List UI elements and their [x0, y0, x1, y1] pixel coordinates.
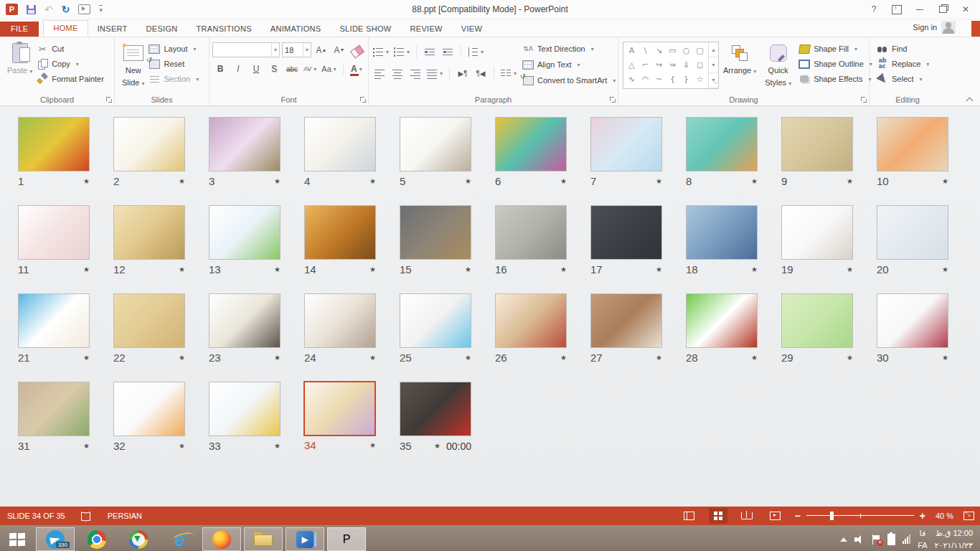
ribbon-display-options-icon[interactable] — [887, 2, 907, 17]
font-color-button[interactable]: A — [349, 62, 364, 76]
paste-button[interactable]: Paste — [3, 40, 37, 93]
clear-formatting-button[interactable] — [349, 43, 365, 57]
shape-option-8[interactable]: ↪ — [652, 57, 666, 72]
tab-slide-show[interactable]: SLIDE SHOW — [330, 22, 400, 37]
zoom-out-button[interactable]: − — [795, 510, 801, 522]
decrease-indent-button[interactable] — [422, 45, 438, 59]
slide-thumbnail-23[interactable] — [209, 293, 281, 348]
slide-thumbnail-20[interactable] — [877, 205, 948, 260]
format-painter-button[interactable]: Format Painter — [37, 73, 104, 85]
shape-option-16[interactable]: } — [679, 72, 693, 86]
transition-star-icon[interactable]: ★ — [847, 177, 853, 185]
reset-button[interactable]: Reset — [149, 58, 199, 70]
slide-thumbnail-22[interactable] — [113, 293, 185, 348]
underline-button[interactable]: U — [248, 62, 264, 76]
shape-effects-button[interactable]: Shape Effects — [798, 73, 872, 85]
shape-fill-button[interactable]: Shape Fill — [798, 43, 872, 55]
slide-thumbnail-14[interactable] — [304, 205, 376, 260]
slide-thumbnail-26[interactable] — [495, 293, 567, 348]
transition-star-icon[interactable]: ★ — [369, 354, 376, 362]
replace-button[interactable]: abacReplace — [877, 58, 929, 70]
slide-thumbnail-17[interactable] — [590, 205, 662, 260]
taskbar-idm-button[interactable] — [119, 527, 158, 551]
shape-option-11[interactable]: ◻ — [693, 57, 707, 72]
start-from-beginning-icon[interactable] — [78, 4, 90, 14]
minimize-icon[interactable] — [910, 2, 930, 17]
start-button[interactable] — [0, 525, 34, 551]
strikethrough-button[interactable]: abc — [284, 62, 300, 76]
text-shadow-button[interactable]: S — [266, 62, 282, 76]
zoom-slider[interactable] — [806, 512, 914, 520]
italic-button[interactable]: I — [230, 62, 246, 76]
slide-thumbnail-33[interactable] — [209, 382, 281, 436]
transition-star-icon[interactable]: ★ — [942, 354, 948, 362]
transition-star-icon[interactable]: ★ — [83, 177, 90, 185]
select-button[interactable]: Select — [877, 73, 929, 85]
transition-star-icon[interactable]: ★ — [751, 354, 758, 362]
transition-star-icon[interactable]: ★ — [274, 354, 281, 362]
slide-thumbnail-8[interactable] — [686, 117, 758, 171]
taskbar-chrome-button[interactable] — [77, 527, 116, 551]
restore-icon[interactable] — [933, 2, 953, 17]
slide-thumbnail-16[interactable] — [495, 205, 567, 260]
shapes-gallery-scrollbar[interactable]: ▲ ▼ ▼̲ — [708, 42, 718, 88]
slide-thumbnail-3[interactable] — [209, 117, 281, 171]
slide-thumbnail-12[interactable] — [113, 205, 185, 260]
bold-button[interactable]: B — [212, 62, 228, 76]
transition-star-icon[interactable]: ★ — [751, 265, 758, 273]
slide-thumbnail-27[interactable] — [590, 293, 662, 348]
slide-thumbnail-25[interactable] — [400, 293, 471, 348]
transition-star-icon[interactable]: ★ — [560, 354, 567, 362]
slide-thumbnail-4[interactable] — [304, 117, 376, 171]
slide-thumbnail-10[interactable] — [877, 117, 948, 171]
slide-thumbnail-35[interactable] — [400, 382, 471, 436]
transition-star-icon[interactable]: ★ — [83, 354, 90, 362]
zoom-in-button[interactable]: + — [920, 510, 925, 522]
taskbar-telegram-button[interactable]: 330 — [36, 527, 75, 551]
transition-star-icon[interactable]: ★ — [656, 177, 662, 185]
slide-thumbnail-7[interactable] — [590, 117, 662, 171]
transition-star-icon[interactable]: ★ — [465, 265, 471, 273]
quick-styles-button[interactable]: Quick Styles — [760, 40, 796, 93]
font-dialog-launcher[interactable] — [360, 97, 366, 103]
shape-option-2[interactable]: ↘ — [652, 43, 666, 57]
tab-file[interactable]: FILE — [0, 22, 39, 37]
shape-option-3[interactable]: ▭ — [666, 43, 679, 57]
taskbar-firefox-button[interactable] — [202, 527, 241, 551]
convert-to-smartart-button[interactable]: Convert to SmartArt — [522, 75, 616, 86]
transition-star-icon[interactable]: ★ — [83, 265, 90, 273]
shapes-scroll-down-icon[interactable]: ▼ — [709, 57, 718, 72]
redo-icon[interactable]: ↻ — [62, 4, 70, 14]
shape-option-15[interactable]: { — [666, 72, 679, 86]
align-right-button[interactable] — [407, 67, 423, 80]
character-spacing-button[interactable]: AV — [302, 62, 318, 76]
transition-star-icon[interactable]: ★ — [274, 177, 281, 185]
slide-thumbnail-6[interactable] — [495, 117, 567, 171]
slide-thumbnail-11[interactable] — [18, 205, 90, 260]
decrease-font-size-button[interactable]: A▼ — [331, 43, 347, 57]
right-to-left-button[interactable]: ¶◀ — [473, 67, 489, 80]
language-indicator[interactable]: PERSIAN — [108, 512, 142, 520]
shape-option-13[interactable]: ◠ — [639, 72, 652, 86]
battery-icon[interactable] — [887, 534, 895, 545]
transition-star-icon[interactable]: ★ — [179, 177, 185, 185]
bullets-button[interactable] — [372, 45, 390, 59]
transition-star-icon[interactable]: ★ — [751, 177, 758, 185]
slide-thumbnail-30[interactable] — [877, 293, 948, 348]
slide-thumbnail-19[interactable] — [781, 205, 853, 260]
slide-thumbnail-34[interactable] — [303, 381, 376, 436]
taskbar-wmp-button[interactable]: ▶ — [286, 527, 324, 551]
language-switcher[interactable]: فا FA — [918, 527, 927, 551]
transition-star-icon[interactable]: ★ — [465, 354, 471, 362]
transition-star-icon[interactable]: ★ — [369, 265, 376, 273]
shape-option-9[interactable]: ⇒ — [666, 57, 679, 72]
shape-option-7[interactable]: ⌐ — [639, 57, 652, 72]
tab-animations[interactable]: ANIMATIONS — [261, 22, 331, 37]
reading-view-button[interactable] — [738, 508, 756, 524]
increase-font-size-button[interactable]: A▲ — [314, 43, 329, 57]
transition-star-icon[interactable]: ★ — [656, 265, 662, 273]
network-signal-icon[interactable] — [903, 534, 910, 544]
slide-thumbnail-18[interactable] — [686, 205, 758, 260]
shapes-more-icon[interactable]: ▼̲ — [709, 73, 718, 88]
tab-insert[interactable]: INSERT — [88, 22, 137, 37]
